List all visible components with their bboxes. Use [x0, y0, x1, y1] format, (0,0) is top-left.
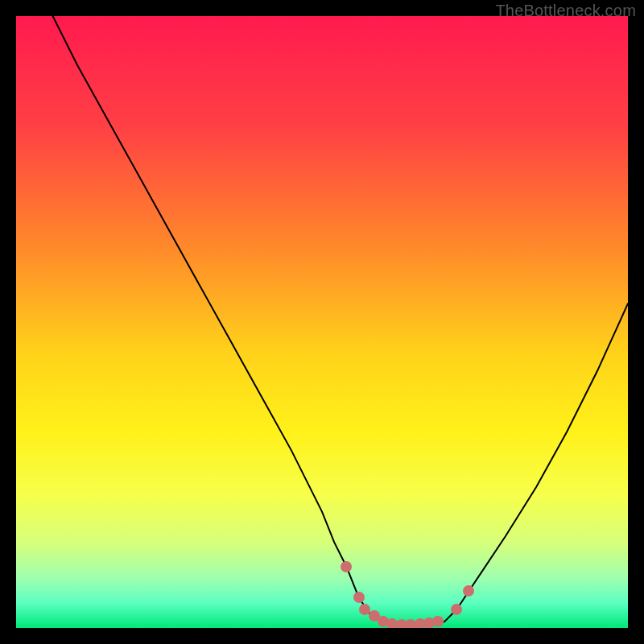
data-marker [463, 585, 474, 597]
plot-area [16, 16, 628, 628]
chart-frame: TheBottleneck.com [0, 0, 644, 644]
bottleneck-curve [16, 16, 628, 628]
watermark-text: TheBottleneck.com [495, 2, 636, 20]
data-marker [451, 604, 462, 615]
data-marker [432, 616, 444, 627]
data-marker [353, 592, 365, 603]
data-marker [341, 561, 352, 572]
